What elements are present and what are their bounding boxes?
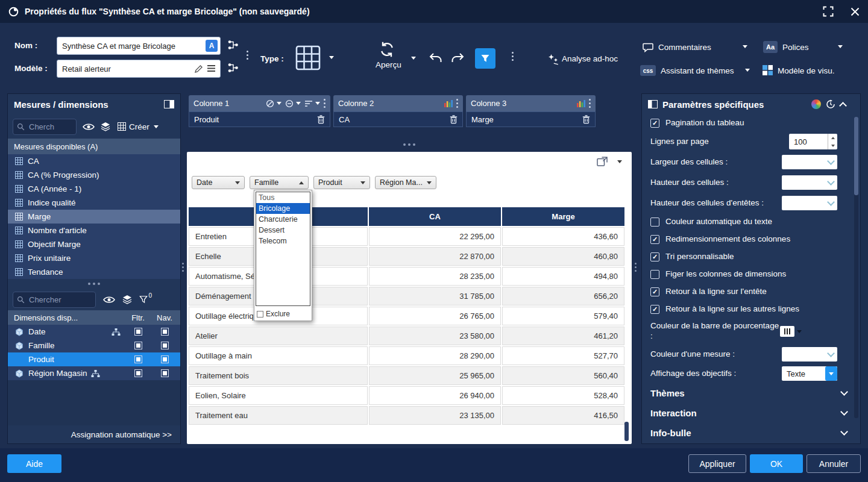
dimension-item[interactable]: Date	[8, 325, 180, 339]
dimension-item[interactable]: Région Magasin	[8, 366, 180, 380]
cell-height-input[interactable]	[782, 175, 837, 190]
dropdown-option[interactable]: Charcuterie	[256, 214, 310, 225]
filter-chip-famille[interactable]: Famille	[250, 176, 309, 189]
percent-bar-color-picker[interactable]	[780, 326, 802, 337]
maximize-preview-icon[interactable]	[597, 157, 608, 166]
dropdown-option[interactable]: Dessert	[256, 225, 310, 236]
dimension-item-selected[interactable]: Produit	[8, 352, 180, 366]
section-interaction[interactable]: Interaction	[642, 403, 860, 423]
fullscreen-icon[interactable]	[823, 6, 834, 17]
exclude-icon[interactable]	[285, 99, 294, 108]
table-header-cell[interactable]: CA	[369, 207, 501, 226]
theme-assistant-button[interactable]: Assistant de thèmes	[661, 66, 734, 75]
custom-sort-checkbox[interactable]	[650, 252, 659, 261]
panel-toggle-icon[interactable]	[648, 100, 658, 108]
header-wrap-checkbox[interactable]	[650, 287, 659, 296]
filter-checkbox[interactable]	[134, 342, 142, 349]
preview-options-caret[interactable]	[617, 160, 622, 163]
column-resize-checkbox[interactable]	[650, 235, 659, 244]
color-wheel-icon[interactable]	[811, 99, 821, 109]
measure-item[interactable]: Objectif Marge	[8, 237, 180, 251]
cancel-button[interactable]: Annuler	[807, 454, 861, 473]
adhoc-analysis-button[interactable]: Analyse ad-hoc	[562, 54, 618, 63]
reset-history-icon[interactable]	[826, 99, 835, 109]
theme-assistant-caret[interactable]	[745, 69, 750, 72]
preview-scrollbar-thumb[interactable]	[624, 422, 629, 441]
show-hide-icon[interactable]	[103, 296, 115, 304]
trash-icon[interactable]	[450, 115, 458, 124]
nav-checkbox[interactable]	[161, 328, 169, 336]
edit-pencil-icon[interactable]	[194, 64, 203, 74]
section-themes[interactable]: Thèmes	[642, 383, 860, 403]
filter-chip-produit[interactable]: Produit	[313, 176, 370, 189]
section-infobulle[interactable]: Info-bulle	[642, 423, 860, 443]
collapse-panel-icon[interactable]	[164, 100, 174, 108]
column-menu-icon[interactable]	[324, 99, 326, 108]
ok-button[interactable]: OK	[750, 454, 803, 473]
table-header-cell[interactable]: Marge	[502, 207, 624, 226]
close-icon[interactable]	[851, 7, 860, 16]
filter-checkbox[interactable]	[134, 355, 142, 363]
filter-count-icon[interactable]: 0	[139, 295, 148, 304]
nav-checkbox[interactable]	[161, 369, 169, 377]
more-options-icon[interactable]	[512, 52, 514, 61]
trash-icon[interactable]	[582, 115, 590, 124]
column-menu-icon[interactable]	[456, 99, 458, 108]
dropdown-option-selected[interactable]: Bricolage	[256, 203, 310, 214]
trash-icon[interactable]	[317, 115, 325, 124]
settings-scrollbar-thumb[interactable]	[854, 117, 858, 195]
dropdown-option[interactable]: Telecom	[256, 236, 310, 246]
objectives-display-select[interactable]: Texte	[782, 366, 837, 381]
measure-item[interactable]: CA (Année - 1)	[8, 182, 180, 196]
horizontal-splitter-dots[interactable]	[187, 143, 632, 146]
pagination-checkbox[interactable]	[650, 119, 659, 128]
create-button[interactable]: Créer	[118, 122, 159, 131]
header-cell-height-input[interactable]	[782, 196, 837, 210]
nav-checkbox[interactable]	[161, 342, 169, 349]
nav-checkbox[interactable]	[161, 355, 169, 363]
measure-item[interactable]: Nombre d'article	[8, 224, 180, 237]
preview-refresh-icon[interactable]	[379, 41, 395, 58]
layers-icon[interactable]	[101, 122, 110, 131]
layers-icon[interactable]	[122, 295, 132, 304]
measure-item[interactable]: Prix unitaire	[8, 251, 180, 265]
flow-link-icon[interactable]	[228, 40, 239, 50]
fonts-dropdown-caret[interactable]	[838, 45, 843, 48]
freeze-columns-checkbox[interactable]	[650, 270, 659, 279]
show-hide-icon[interactable]	[83, 123, 95, 131]
cell-width-input[interactable]	[782, 155, 837, 169]
apply-button[interactable]: Appliquer	[688, 454, 746, 473]
translate-icon[interactable]: A	[206, 40, 218, 52]
splitter-dots[interactable]	[8, 279, 180, 289]
comments-button[interactable]: Commentaires	[658, 43, 711, 52]
visual-model-button[interactable]: Modèle de visu.	[778, 66, 835, 75]
filter-checkbox[interactable]	[134, 328, 142, 336]
preview-dropdown-caret[interactable]	[411, 57, 416, 60]
filter-chip-region[interactable]: Région Ma...	[375, 176, 436, 189]
visualization-type-button[interactable]	[295, 45, 321, 71]
sort-icon[interactable]	[304, 100, 313, 107]
bar-format-icon[interactable]	[444, 99, 453, 107]
row-wrap-checkbox[interactable]	[650, 305, 659, 314]
measure-item-selected[interactable]: Marge	[8, 210, 180, 224]
exclude-checkbox[interactable]	[257, 311, 263, 318]
auto-assignment-link[interactable]: Assignation automatique >>	[71, 430, 172, 439]
measure-item[interactable]: CA (% Progression)	[8, 168, 180, 182]
dropdown-option[interactable]: Tous	[256, 192, 310, 203]
rows-per-page-stepper[interactable]: 100	[789, 134, 837, 149]
redo-icon[interactable]	[451, 52, 464, 63]
measure-item[interactable]: CA	[8, 154, 180, 168]
collapse-settings-icon[interactable]	[839, 102, 847, 110]
measure-item[interactable]: Indice qualité	[8, 196, 180, 210]
filter-checkbox[interactable]	[134, 369, 142, 377]
filter-chip-date[interactable]: Date	[192, 176, 245, 189]
type-dropdown-caret[interactable]	[329, 56, 334, 59]
model-link-icon[interactable]	[228, 63, 239, 73]
right-resize-handle[interactable]	[635, 263, 637, 272]
comments-dropdown-caret[interactable]	[743, 45, 747, 48]
filter-toggle-button[interactable]	[475, 48, 495, 69]
model-input[interactable]	[57, 60, 187, 77]
measure-color-input[interactable]	[782, 347, 837, 362]
column-menu-icon[interactable]	[589, 99, 591, 108]
flow-name-input[interactable]	[57, 37, 204, 54]
